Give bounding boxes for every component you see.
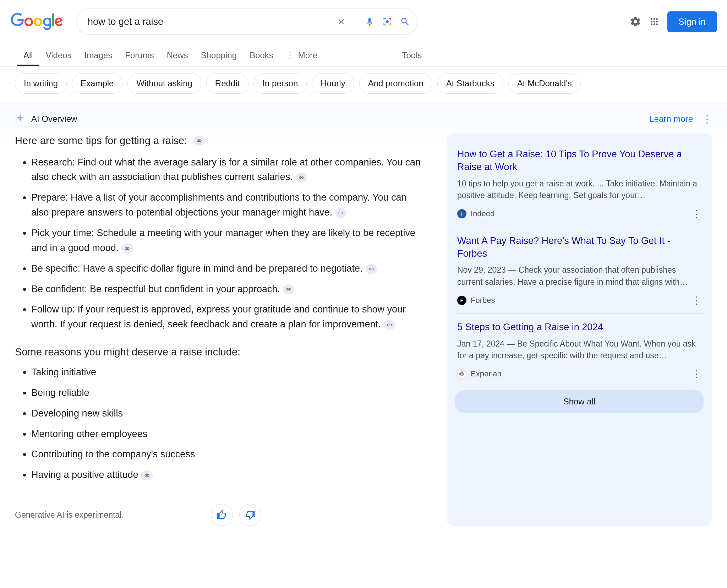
tab-shopping[interactable]: Shopping xyxy=(195,45,243,66)
tab-books[interactable]: Books xyxy=(243,45,280,66)
chip[interactable]: Hourly xyxy=(312,73,354,94)
ai-footer: Generative AI is experimental. xyxy=(15,504,427,526)
list-item: Be confident: Be respectful but confiden… xyxy=(31,282,427,297)
ai-intro: Here are some tips for getting a raise: xyxy=(15,134,427,148)
thumbs-down-button[interactable] xyxy=(239,504,261,526)
citation-link-icon[interactable] xyxy=(384,320,395,330)
list-item: Pick your time: Schedule a meeting with … xyxy=(31,226,427,256)
sign-in-button[interactable]: Sign in xyxy=(667,11,717,32)
ai-disclaimer: Generative AI is experimental. xyxy=(15,510,124,520)
ai-overview-menu-icon[interactable]: ⋮ xyxy=(702,113,712,125)
tab-more[interactable]: ⋮ More xyxy=(280,45,324,66)
citation-link-icon[interactable] xyxy=(193,136,205,146)
search-bar[interactable] xyxy=(77,9,417,35)
svg-point-9 xyxy=(459,373,461,375)
ai-header: AI Overview Learn more ⋮ xyxy=(15,113,712,125)
card-title[interactable]: Want A Pay Raise? Here's What To Say To … xyxy=(457,234,701,260)
tab-forums[interactable]: Forums xyxy=(119,45,160,66)
list-item: Mentoring other employees xyxy=(31,427,427,442)
header: Sign in xyxy=(0,0,727,35)
citation-link-icon[interactable] xyxy=(366,264,377,274)
card-footer: Experian ⋮ xyxy=(457,368,701,380)
list-item: Follow up: If your request is approved, … xyxy=(31,302,427,332)
google-logo[interactable] xyxy=(10,13,64,31)
card-source: i Indeed xyxy=(457,209,494,218)
settings-icon[interactable] xyxy=(630,16,641,27)
list-item: Be specific: Have a specific dollar figu… xyxy=(31,261,427,276)
chip[interactable]: In writing xyxy=(15,73,67,94)
card-title[interactable]: 5 Steps to Getting a Raise in 2024 xyxy=(457,321,701,333)
card-footer: i Indeed ⋮ xyxy=(457,208,701,220)
card-snippet: Jan 17, 2024 — Be Specific About What Yo… xyxy=(457,338,701,362)
source-name: Indeed xyxy=(471,209,494,218)
source-card[interactable]: Want A Pay Raise? Here's What To Say To … xyxy=(455,227,704,314)
chip[interactable]: Reddit xyxy=(206,73,248,94)
ai-overview-title: AI Overview xyxy=(31,114,77,124)
svg-rect-3 xyxy=(390,18,391,21)
thumbs-up-button[interactable] xyxy=(211,504,233,526)
tab-all[interactable]: All xyxy=(17,45,39,66)
ai-intro-text: Here are some tips for getting a raise: xyxy=(15,134,187,148)
chip[interactable]: And promotion xyxy=(359,73,432,94)
citation-link-icon[interactable] xyxy=(121,244,133,254)
list-item: Taking initiative xyxy=(31,365,427,380)
refinement-chips: In writing Example Without asking Reddit… xyxy=(0,67,727,102)
tab-videos[interactable]: Videos xyxy=(39,45,78,66)
svg-rect-1 xyxy=(384,18,384,21)
card-snippet: 10 tips to help you get a raise at work.… xyxy=(457,178,701,202)
sparkle-icon xyxy=(15,113,26,125)
ai-content: Here are some tips for getting a raise: … xyxy=(15,134,427,526)
search-input[interactable] xyxy=(88,16,337,27)
card-menu-icon[interactable]: ⋮ xyxy=(692,368,701,380)
tab-news[interactable]: News xyxy=(160,45,195,66)
learn-more-link[interactable]: Learn more xyxy=(649,114,693,124)
chip[interactable]: Without asking xyxy=(127,73,201,94)
chip[interactable]: Example xyxy=(72,73,122,94)
header-right: Sign in xyxy=(630,11,717,32)
source-name: Forbes xyxy=(471,296,495,305)
svg-point-8 xyxy=(386,20,389,23)
source-cards: How to Get a Raise: 10 Tips To Prove You… xyxy=(447,134,712,526)
citation-link-icon[interactable] xyxy=(283,284,294,294)
search-icons xyxy=(337,15,410,29)
clear-icon[interactable] xyxy=(337,17,346,26)
source-favicon xyxy=(457,369,466,379)
chip[interactable]: At Starbucks xyxy=(437,73,503,94)
list-item: Research: Find out what the average sala… xyxy=(31,155,427,185)
search-icon[interactable] xyxy=(400,17,410,27)
list-item: Having a positive attitude xyxy=(31,468,427,483)
card-menu-icon[interactable]: ⋮ xyxy=(692,208,701,220)
list-item: Developing new skills xyxy=(31,406,427,421)
source-card[interactable]: 5 Steps to Getting a Raise in 2024 Jan 1… xyxy=(455,314,704,387)
card-menu-icon[interactable]: ⋮ xyxy=(692,294,701,306)
divider xyxy=(355,15,355,29)
card-title[interactable]: How to Get a Raise: 10 Tips To Prove You… xyxy=(457,148,701,174)
chip[interactable]: In person xyxy=(253,73,307,94)
citation-link-icon[interactable] xyxy=(141,470,153,480)
ai-title-wrap: AI Overview xyxy=(15,113,77,125)
citation-link-icon[interactable] xyxy=(335,208,346,218)
card-snippet: Nov 29, 2023 — Check your association th… xyxy=(457,264,701,288)
list-item: Prepare: Have a list of your accomplishm… xyxy=(31,190,427,220)
svg-point-12 xyxy=(461,374,463,376)
list-item: Being reliable xyxy=(31,386,427,401)
svg-point-11 xyxy=(462,373,464,375)
citation-link-icon[interactable] xyxy=(296,173,307,183)
source-name: Experian xyxy=(471,369,502,379)
tools-button[interactable]: Tools xyxy=(402,50,422,60)
mic-icon[interactable] xyxy=(365,17,375,27)
tabs: All Videos Images Forums News Shopping B… xyxy=(0,44,727,67)
ai-header-right: Learn more ⋮ xyxy=(649,113,712,125)
tips-list: Research: Find out what the average sala… xyxy=(15,155,427,332)
source-card[interactable]: How to Get a Raise: 10 Tips To Prove You… xyxy=(455,141,704,227)
card-source: F Forbes xyxy=(457,296,495,305)
chip[interactable]: At McDonald's xyxy=(508,73,581,94)
show-all-button[interactable]: Show all xyxy=(455,390,704,413)
apps-icon[interactable] xyxy=(649,16,660,27)
ai-body: Here are some tips for getting a raise: … xyxy=(15,134,712,526)
lens-icon[interactable] xyxy=(382,17,392,27)
ai-overview: AI Overview Learn more ⋮ Here are some t… xyxy=(0,102,727,540)
svg-point-10 xyxy=(461,371,463,374)
reasons-list: Taking initiative Being reliable Develop… xyxy=(15,365,427,483)
tab-images[interactable]: Images xyxy=(78,45,119,66)
